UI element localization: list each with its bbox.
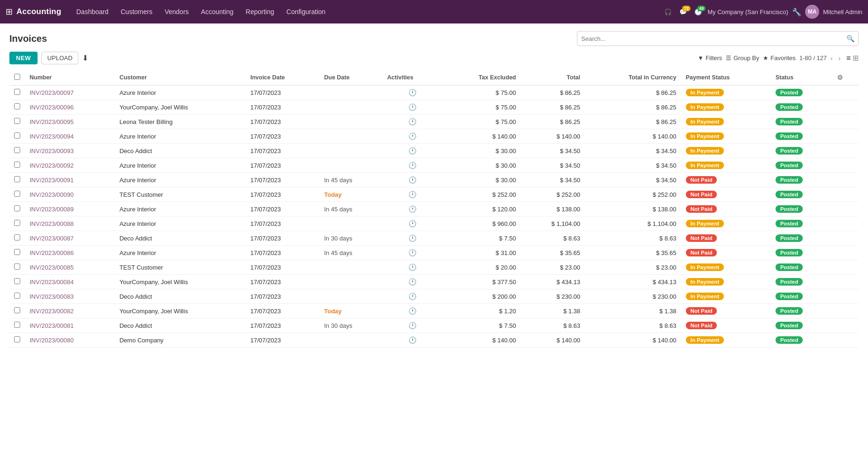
wrench-icon[interactable]: 🔧	[792, 8, 801, 16]
row-checkbox[interactable]	[14, 176, 20, 182]
upload-button[interactable]: UPLOAD	[41, 52, 78, 64]
group-by-button[interactable]: ☰ Group By	[726, 54, 759, 62]
table-row[interactable]: INV/2023/00088Azure Interior17/07/2023🕐$…	[9, 217, 859, 231]
col-activities[interactable]: Activities	[383, 70, 442, 85]
activity-clock-icon[interactable]: 🕐	[408, 89, 416, 96]
activity-clock-icon[interactable]: 🕐	[408, 220, 416, 227]
user-name[interactable]: Mitchell Admin	[823, 8, 862, 15]
col-total[interactable]: Total	[521, 70, 585, 85]
table-row[interactable]: INV/2023/00091Azure Interior17/07/2023In…	[9, 173, 859, 187]
activity-clock-icon[interactable]: 🕐	[408, 263, 416, 271]
table-row[interactable]: INV/2023/00086Azure Interior17/07/2023In…	[9, 246, 859, 260]
table-row[interactable]: INV/2023/00097Azure Interior17/07/2023🕐$…	[9, 85, 859, 100]
table-row[interactable]: INV/2023/00089Azure Interior17/07/2023In…	[9, 202, 859, 217]
invoice-number: INV/2023/00081	[25, 318, 115, 333]
invoice-activities: 🕐	[383, 231, 442, 246]
col-payment-status[interactable]: Payment Status	[681, 70, 771, 85]
nav-dashboard[interactable]: Dashboard	[71, 5, 115, 18]
table-row[interactable]: INV/2023/00094Azure Interior17/07/2023🕐$…	[9, 129, 859, 144]
col-invoice-date[interactable]: Invoice Date	[246, 70, 319, 85]
table-row[interactable]: INV/2023/00087Deco Addict17/07/2023In 30…	[9, 231, 859, 246]
table-row[interactable]: INV/2023/00080Demo Company17/07/2023🕐$ 1…	[9, 333, 859, 348]
col-settings[interactable]: ⚙	[832, 70, 859, 85]
search-icon[interactable]: 🔍	[846, 35, 854, 42]
activity-clock-icon[interactable]: 🕐	[408, 278, 416, 286]
col-due-date[interactable]: Due Date	[319, 70, 382, 85]
invoice-customer: YourCompany, Joel Willis	[115, 100, 246, 115]
row-checkbox[interactable]	[14, 118, 20, 124]
activity-clock-icon[interactable]: 🕐	[408, 176, 416, 184]
support-icon-btn[interactable]: 🎧	[662, 7, 674, 17]
new-button[interactable]: NEW	[9, 52, 38, 64]
row-checkbox[interactable]	[14, 263, 20, 270]
row-checkbox[interactable]	[14, 307, 20, 313]
select-all-checkbox[interactable]	[14, 74, 20, 80]
invoice-due-date: In 30 days	[319, 318, 382, 333]
col-tax-excluded[interactable]: Tax Excluded	[442, 70, 521, 85]
select-all-header[interactable]	[9, 70, 25, 85]
next-page-button[interactable]: ›	[837, 54, 843, 63]
table-row[interactable]: INV/2023/00081Deco Addict17/07/2023In 30…	[9, 318, 859, 333]
row-checkbox[interactable]	[14, 336, 20, 342]
filters-button[interactable]: ▼ Filters	[698, 54, 722, 62]
column-settings-icon[interactable]: ⚙	[837, 74, 843, 81]
row-checkbox[interactable]	[14, 234, 20, 240]
favorites-button[interactable]: ★ Favorites	[763, 54, 795, 62]
nav-accounting[interactable]: Accounting	[195, 5, 239, 18]
row-checkbox[interactable]	[14, 293, 20, 299]
chat-icon-btn[interactable]: 💬 72	[677, 7, 689, 17]
row-checkbox[interactable]	[14, 220, 20, 226]
invoice-total-currency: $ 8.63	[585, 231, 681, 246]
table-row[interactable]: INV/2023/00095Leona Tester Billing17/07/…	[9, 115, 859, 129]
app-grid-icon[interactable]: ⊞	[6, 7, 13, 17]
activity-clock-icon[interactable]: 🕐	[408, 103, 416, 111]
activity-clock-icon[interactable]: 🕐	[408, 234, 416, 242]
row-checkbox[interactable]	[14, 191, 20, 197]
table-row[interactable]: INV/2023/00082YourCompany, Joel Willis17…	[9, 304, 859, 318]
activity-clock-icon[interactable]: 🕐	[408, 162, 416, 169]
activity-clock-icon[interactable]: 🕐	[408, 118, 416, 125]
col-customer[interactable]: Customer	[115, 70, 246, 85]
nav-configuration[interactable]: Configuration	[281, 5, 331, 18]
nav-vendors[interactable]: Vendors	[159, 5, 194, 18]
prev-page-button[interactable]: ‹	[829, 54, 835, 63]
row-checkbox[interactable]	[14, 322, 20, 328]
activity-clock-icon[interactable]: 🕐	[408, 191, 416, 198]
nav-reporting[interactable]: Reporting	[240, 5, 280, 18]
table-row[interactable]: INV/2023/00084YourCompany, Joel Willis17…	[9, 275, 859, 289]
row-checkbox[interactable]	[14, 162, 20, 168]
row-checkbox[interactable]	[14, 249, 20, 255]
table-row[interactable]: INV/2023/00090TEST Customer17/07/2023Tod…	[9, 187, 859, 202]
activity-clock-icon[interactable]: 🕐	[408, 307, 416, 315]
row-checkbox[interactable]	[14, 205, 20, 211]
row-checkbox[interactable]	[14, 147, 20, 153]
row-checkbox[interactable]	[14, 278, 20, 284]
table-row[interactable]: INV/2023/00083Deco Addict17/07/2023🕐$ 20…	[9, 289, 859, 304]
activity-clock-icon[interactable]: 🕐	[408, 293, 416, 300]
table-row[interactable]: INV/2023/00096YourCompany, Joel Willis17…	[9, 100, 859, 115]
download-button[interactable]: ⬇	[82, 54, 88, 62]
activity-clock-icon[interactable]: 🕐	[408, 249, 416, 256]
activity-clock-icon[interactable]: 🕐	[408, 322, 416, 329]
search-input[interactable]	[581, 35, 846, 42]
col-number[interactable]: Number	[25, 70, 115, 85]
list-view-button[interactable]: ≡	[846, 54, 851, 62]
table-row[interactable]: INV/2023/00092Azure Interior17/07/2023🕐$…	[9, 158, 859, 173]
activity-clock-icon[interactable]: 🕐	[408, 205, 416, 213]
invoice-number: INV/2023/00091	[25, 173, 115, 187]
col-status[interactable]: Status	[771, 70, 833, 85]
company-switcher[interactable]: My Company (San Francisco)	[707, 8, 788, 15]
row-checkbox[interactable]	[14, 89, 20, 95]
user-avatar[interactable]: MA	[805, 5, 819, 19]
table-row[interactable]: INV/2023/00085TEST Customer17/07/2023🕐$ …	[9, 260, 859, 275]
table-row[interactable]: INV/2023/00093Deco Addict17/07/2023🕐$ 30…	[9, 144, 859, 158]
clock-icon-btn[interactable]: 🕐 48	[692, 7, 704, 17]
row-checkbox[interactable]	[14, 103, 20, 109]
kanban-view-button[interactable]: ⊞	[853, 54, 859, 62]
nav-customers[interactable]: Customers	[115, 5, 158, 18]
activity-clock-icon[interactable]: 🕐	[408, 336, 416, 344]
activity-clock-icon[interactable]: 🕐	[408, 132, 416, 140]
activity-clock-icon[interactable]: 🕐	[408, 147, 416, 155]
row-checkbox[interactable]	[14, 132, 20, 139]
col-total-currency[interactable]: Total in Currency	[585, 70, 681, 85]
